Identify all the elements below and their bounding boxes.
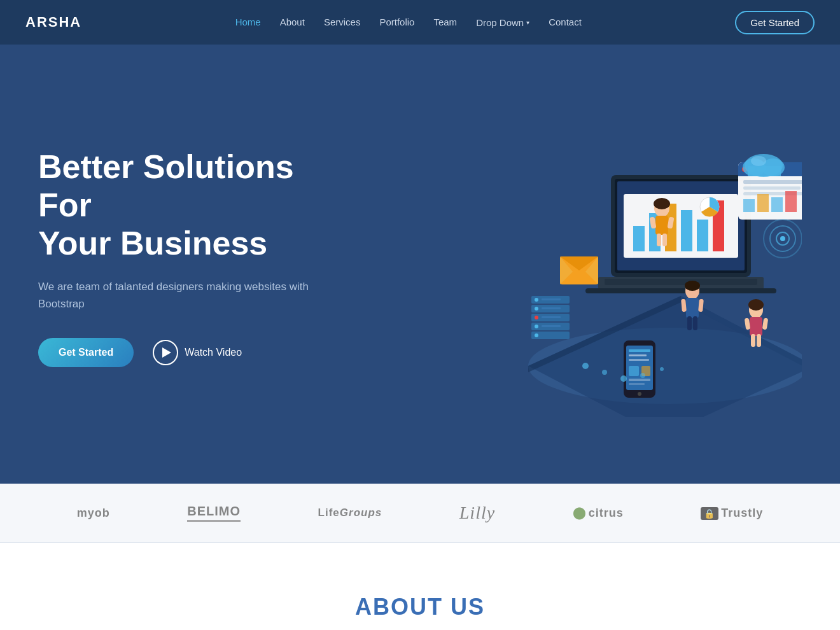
nav-link-about[interactable]: About [280, 17, 305, 27]
svg-rect-22 [633, 226, 645, 251]
hero-svg [433, 99, 802, 417]
svg-rect-38 [743, 180, 802, 184]
svg-point-93 [751, 156, 766, 166]
svg-point-50 [654, 198, 670, 209]
svg-rect-17 [542, 325, 561, 327]
svg-rect-92 [748, 166, 781, 176]
nav-get-started-button[interactable]: Get Started [735, 11, 815, 34]
clients-bar: myob BELIMO LifeGroups Lilly ⬤citrus 🔒Tr… [0, 484, 840, 543]
client-logo-lifegroups: LifeGroups [318, 507, 382, 519]
nav-link-contact[interactable]: Contact [549, 17, 582, 27]
nav-link-services[interactable]: Services [324, 17, 361, 27]
svg-rect-15 [542, 307, 561, 309]
nav-links: Home About Services Portfolio Team Drop … [235, 17, 582, 28]
client-logo-lilly: Lilly [459, 503, 495, 523]
hero-headline: Better Solutions For Your Business [38, 148, 344, 262]
play-icon [153, 340, 178, 365]
client-logo-citrus: ⬤citrus [573, 506, 624, 520]
client-logo-trustly: 🔒Trustly [701, 507, 763, 520]
site-logo[interactable]: ARSHA [25, 14, 81, 31]
svg-rect-31 [605, 279, 757, 285]
svg-rect-42 [757, 194, 769, 212]
nav-item-portfolio[interactable]: Portfolio [379, 17, 414, 28]
svg-point-57 [685, 281, 700, 291]
hero-illustration [433, 99, 802, 417]
nav-item-contact[interactable]: Contact [549, 17, 582, 28]
svg-point-82 [620, 375, 627, 382]
svg-point-64 [748, 299, 764, 311]
svg-point-72 [638, 392, 641, 396]
svg-rect-44 [785, 191, 797, 212]
hero-section: Better Solutions For Your Business We ar… [0, 0, 840, 484]
svg-point-88 [780, 236, 785, 241]
svg-rect-65 [750, 317, 762, 336]
svg-point-81 [602, 370, 607, 375]
watch-video-label: Watch Video [185, 347, 242, 358]
nav-link-team[interactable]: Team [433, 17, 457, 27]
dropdown-toggle[interactable]: Drop Down ▾ [476, 17, 529, 28]
svg-point-12 [535, 325, 538, 328]
svg-rect-43 [771, 197, 783, 212]
svg-point-84 [660, 367, 664, 371]
hero-headline-line2: Your Business [38, 225, 267, 262]
dropdown-label: Drop Down [476, 17, 524, 28]
svg-rect-67 [757, 334, 761, 347]
svg-rect-68 [745, 318, 750, 330]
svg-point-9 [535, 298, 538, 302]
svg-point-13 [535, 333, 538, 337]
svg-rect-59 [687, 316, 692, 330]
client-logo-belimo: BELIMO [187, 504, 241, 522]
svg-rect-66 [751, 334, 755, 347]
svg-rect-74 [629, 354, 647, 356]
svg-point-80 [582, 363, 589, 369]
svg-rect-75 [629, 359, 649, 361]
svg-rect-39 [743, 186, 801, 190]
svg-rect-79 [629, 383, 645, 385]
svg-rect-69 [762, 318, 768, 330]
svg-rect-53 [662, 234, 667, 246]
svg-rect-51 [655, 216, 668, 235]
nav-item-dropdown[interactable]: Drop Down ▾ [476, 17, 529, 28]
client-logo-myob: myob [77, 507, 110, 520]
svg-rect-14 [542, 298, 561, 300]
hero-headline-line1: Better Solutions For [38, 148, 294, 223]
nav-link-portfolio[interactable]: Portfolio [379, 17, 414, 27]
nav-item-team[interactable]: Team [433, 17, 457, 28]
svg-rect-26 [697, 220, 708, 251]
chevron-down-icon: ▾ [526, 19, 529, 26]
svg-rect-41 [743, 199, 755, 212]
watch-video-button[interactable]: Watch Video [153, 340, 242, 365]
hero-subtext: We are team of talanted designers making… [38, 278, 344, 312]
about-title: ABOUT US [38, 594, 802, 620]
svg-rect-78 [629, 379, 650, 381]
svg-point-11 [535, 316, 538, 319]
nav-item-services[interactable]: Services [324, 17, 361, 28]
nav-item-home[interactable]: Home [235, 17, 261, 28]
svg-point-10 [535, 307, 538, 311]
svg-rect-52 [657, 234, 661, 246]
nav-link-home[interactable]: Home [235, 17, 261, 27]
svg-rect-58 [686, 298, 699, 318]
svg-rect-73 [629, 349, 650, 352]
svg-rect-76 [629, 366, 639, 376]
svg-rect-60 [693, 316, 697, 330]
nav-item-about[interactable]: About [280, 17, 305, 28]
hero-get-started-button[interactable]: Get Started [38, 338, 134, 367]
hero-text-block: Better Solutions For Your Business We ar… [38, 148, 344, 367]
svg-point-83 [640, 373, 645, 378]
svg-rect-16 [542, 316, 561, 318]
hero-buttons: Get Started Watch Video [38, 338, 344, 367]
svg-rect-25 [681, 210, 692, 251]
svg-rect-30 [585, 288, 776, 293]
navbar: ARSHA Home About Services Portfolio Team… [0, 0, 840, 45]
about-section: ABOUT US [0, 543, 840, 630]
